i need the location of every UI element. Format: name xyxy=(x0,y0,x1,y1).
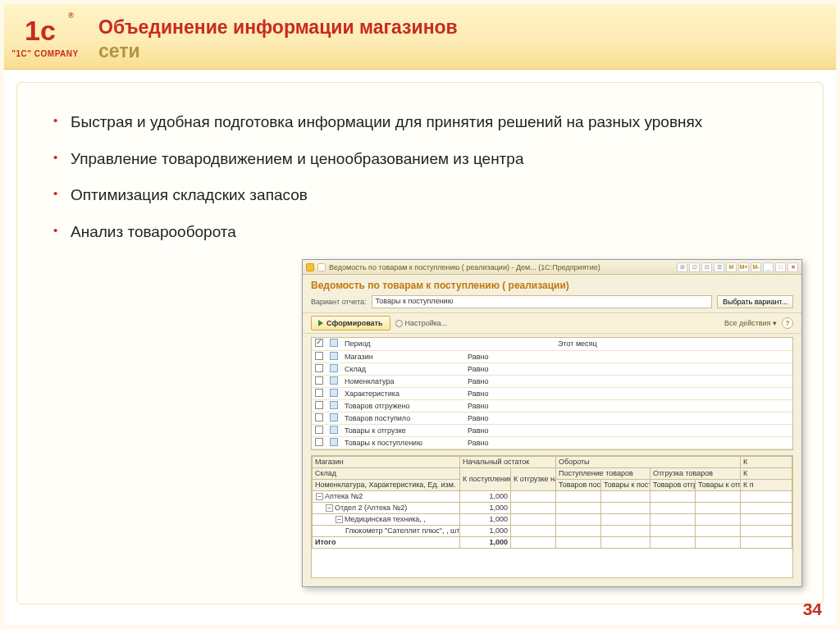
table-row[interactable]: −Медицинская техника, ,1,000 xyxy=(313,513,792,525)
tree-toggle-icon[interactable]: − xyxy=(326,504,333,512)
maximize-icon[interactable]: □ xyxy=(775,262,786,272)
generate-button[interactable]: Сформировать xyxy=(311,316,390,330)
filter-icon xyxy=(330,413,338,422)
checkbox[interactable] xyxy=(315,413,323,422)
filter-condition[interactable]: Равно xyxy=(464,424,555,436)
filter-condition[interactable]: Равно xyxy=(464,412,555,424)
filter-value[interactable] xyxy=(555,399,792,412)
star-icon[interactable] xyxy=(317,263,326,271)
filter-value[interactable] xyxy=(555,412,792,424)
filter-icon xyxy=(330,339,338,347)
filter-row[interactable]: ПериодЭтот месяц xyxy=(312,338,792,350)
col-header[interactable]: Склад xyxy=(313,467,460,479)
filter-value[interactable] xyxy=(555,375,792,387)
col-header[interactable]: Поступление товаров xyxy=(556,467,651,479)
filter-row[interactable]: НоменклатураРавно xyxy=(312,375,792,387)
filter-name: Товаров отгружено xyxy=(341,399,464,412)
all-actions-button[interactable]: Все действия ▾ xyxy=(724,319,777,327)
col-header[interactable]: Товаров отгружено xyxy=(651,479,696,490)
filter-condition[interactable]: Равно xyxy=(464,350,555,362)
filter-icon xyxy=(330,401,338,409)
filter-condition[interactable]: Равно xyxy=(464,387,555,399)
filter-name: Склад xyxy=(341,362,464,375)
close-icon[interactable]: ✕ xyxy=(788,262,798,272)
m-button[interactable]: M xyxy=(726,262,737,272)
checkbox[interactable] xyxy=(315,389,323,397)
filter-name: Товаров поступило xyxy=(341,412,464,424)
filter-name: Период xyxy=(341,338,464,350)
filter-row[interactable]: Товары к отгрузкеРавно xyxy=(312,424,792,436)
checkbox[interactable] xyxy=(315,438,323,446)
filter-condition[interactable]: Равно xyxy=(464,375,555,387)
col-header[interactable]: Обороты xyxy=(556,456,741,467)
filter-condition[interactable]: Равно xyxy=(464,399,555,412)
gear-icon xyxy=(395,320,403,327)
settings-button[interactable]: Настройка... xyxy=(395,319,448,327)
filter-icon xyxy=(330,389,338,397)
checkbox[interactable] xyxy=(315,352,323,360)
filter-value[interactable] xyxy=(555,424,792,436)
choose-variant-button[interactable]: Выбрать вариант... xyxy=(717,295,793,308)
table-row[interactable]: −Отдел 2 (Аптека №2)1,000 xyxy=(313,502,792,513)
filter-value[interactable]: Этот месяц xyxy=(555,338,792,350)
filter-row[interactable]: Товаров отгруженоРавно xyxy=(312,399,792,412)
filter-condition[interactable]: Равно xyxy=(464,436,555,449)
filter-value[interactable] xyxy=(555,436,792,449)
filter-name: Магазин xyxy=(341,350,464,362)
filter-condition[interactable] xyxy=(464,338,555,350)
variant-label: Вариант отчета: xyxy=(311,298,367,306)
total-value: 1,000 xyxy=(460,536,511,548)
row-label: Глюкометр "Сателлит плюс", , шт xyxy=(313,525,460,536)
checkbox[interactable] xyxy=(315,376,323,385)
tool-icon[interactable]: ⊡ xyxy=(689,262,700,272)
col-header[interactable]: Товаров поступило xyxy=(556,479,601,490)
filter-row[interactable]: ХарактеристикаРавно xyxy=(312,387,792,399)
col-header[interactable]: К отгрузке нач. ост. xyxy=(511,467,556,490)
col-header[interactable]: К xyxy=(741,456,792,467)
bullet-item: Анализ товарооборота xyxy=(50,221,790,244)
filter-row[interactable]: Товары к поступлениюРавно xyxy=(312,436,792,449)
col-header[interactable]: Товары к отгрузке xyxy=(696,479,741,490)
checkbox[interactable] xyxy=(315,426,323,434)
col-header[interactable]: Товары к поступлению xyxy=(601,479,651,490)
col-header[interactable]: Номенклатура, Характеристика, Ед. изм. xyxy=(313,479,460,490)
col-header[interactable]: Начальный остаток xyxy=(460,456,556,467)
filter-name: Характеристика xyxy=(341,387,464,399)
m-minus-button[interactable]: M- xyxy=(751,262,761,272)
filter-row[interactable]: СкладРавно xyxy=(312,362,792,375)
filter-row[interactable]: Товаров поступилоРавно xyxy=(312,412,792,424)
filter-value[interactable] xyxy=(555,387,792,399)
title-line2: сети xyxy=(98,39,458,63)
help-icon[interactable]: ? xyxy=(782,317,793,329)
filter-icon xyxy=(330,438,338,446)
minimize-icon[interactable]: _ xyxy=(763,262,774,272)
bullet-item: Управление товародвижением и ценообразов… xyxy=(50,148,790,171)
col-header[interactable]: К поступлению нач. ост. xyxy=(460,467,511,490)
checkbox[interactable] xyxy=(315,401,323,409)
col-header[interactable]: Магазин xyxy=(313,456,460,467)
filter-name: Товары к поступлению xyxy=(341,436,464,449)
m-plus-button[interactable]: M+ xyxy=(738,262,749,272)
report-toolbar: Сформировать Настройка... Все действия ▾… xyxy=(303,312,801,334)
tool-icon[interactable]: ⊟ xyxy=(701,262,712,272)
checkbox[interactable] xyxy=(315,364,323,372)
table-row[interactable]: −Аптека №21,000 xyxy=(313,490,792,502)
tool-icon[interactable]: ☰ xyxy=(714,262,724,272)
variant-field[interactable]: Товары к поступлению xyxy=(372,295,712,308)
col-header[interactable]: К xyxy=(741,467,792,479)
filter-condition[interactable]: Равно xyxy=(464,362,555,375)
tool-icon[interactable]: ⊞ xyxy=(677,262,687,272)
filter-icon xyxy=(330,376,338,385)
app-titlebar[interactable]: Ведомость по товарам к поступлению ( реа… xyxy=(303,260,801,275)
col-header[interactable]: К п xyxy=(741,479,792,490)
tree-toggle-icon[interactable]: − xyxy=(336,516,343,523)
row-label: −Аптека №2 xyxy=(313,490,460,502)
tree-toggle-icon[interactable]: − xyxy=(316,493,323,500)
filter-value[interactable] xyxy=(555,362,792,375)
table-row[interactable]: Глюкометр "Сателлит плюс", , шт1,000 xyxy=(313,525,792,536)
filter-row[interactable]: МагазинРавно xyxy=(312,350,792,362)
checkbox[interactable] xyxy=(315,339,323,347)
filter-value[interactable] xyxy=(555,350,792,362)
col-header[interactable]: Отгрузка товаров xyxy=(651,467,741,479)
row-value: 1,000 xyxy=(460,513,511,525)
